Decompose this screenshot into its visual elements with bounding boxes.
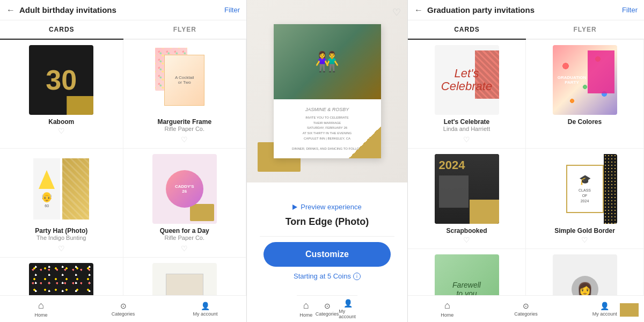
card-item-lets-celebrate[interactable]: Let'sCelebrate Let's Celebrate Linda and… (408, 40, 526, 149)
right-title: Graduation party invitations (427, 5, 622, 14)
card-item-farewell[interactable]: Farewellto you (408, 249, 526, 295)
card-name-scrapbooked: Scrapbooked (446, 227, 487, 235)
card-image-simplegold: 🎓 CLASSOF2024 (553, 154, 617, 224)
left-nav-categories[interactable]: ⊙ Categories (82, 296, 164, 322)
left-card-grid: 30 Kaboom ♡ A Cocktailor Two Marguerite (0, 40, 246, 295)
heart-marguerite[interactable]: ♡ (181, 135, 188, 144)
heart-kaboom[interactable]: ♡ (58, 127, 65, 135)
center-nav-account[interactable]: 👤 My account (339, 296, 357, 322)
party-hat-shape (39, 170, 55, 189)
card-item-marguerite[interactable]: A Cocktailor Two Marguerite Frame Rifle … (123, 40, 247, 149)
right-tabs: CARDS FLYER (408, 20, 644, 40)
card-image-kaboom: 30 (29, 45, 93, 115)
center-nav-categories[interactable]: ⊙ Categories (316, 296, 339, 322)
card-name-partyhat: Party Hat (Photo) (35, 227, 87, 235)
right-tab-flyer[interactable]: FLYER (526, 20, 644, 39)
left-panel: ← Adult birthday invitations Filter CARD… (0, 0, 247, 322)
center-panel: 👫 JASMINE & ROSBY INVITE YOU TO CELEBRAT… (247, 0, 408, 322)
divider (260, 236, 394, 237)
left-header: ← Adult birthday invitations Filter (0, 0, 246, 20)
card-title: Torn Edge (Photo) (286, 216, 369, 228)
right-card-grid: Let'sCelebrate Let's Celebrate Linda and… (408, 40, 644, 295)
torn-edge-card[interactable]: 👫 JASMINE & ROSBY INVITE YOU TO CELEBRAT… (274, 24, 381, 158)
card-sub-partyhat: The Indigo Bunting (36, 235, 86, 241)
card-name-queen: Queen for a Day (160, 227, 209, 235)
card-name-marguerite: Marguerite Frame (157, 118, 211, 126)
heart-partyhat[interactable]: ♡ (58, 244, 65, 253)
center-card-wrapper: 👫 JASMINE & ROSBY INVITE YOU TO CELEBRAT… (247, 0, 407, 182)
card-name-simplegold: Simple Gold Border (554, 227, 615, 235)
card-item-portrait[interactable]: 👩 (526, 249, 644, 295)
card-item-plain[interactable] (123, 258, 247, 295)
card-item-simplegold[interactable]: 🎓 CLASSOF2024 Simple Gold Border ♡ (526, 149, 644, 249)
gold-corner-decor (349, 126, 381, 158)
card-image-lets-celebrate: Let'sCelebrate (435, 45, 499, 115)
card-image-queen: CADDY'S26 (152, 154, 217, 224)
heart-simplegold[interactable]: ♡ (581, 236, 588, 244)
card-image-plain (152, 263, 217, 295)
heart-lets-celebrate[interactable]: ♡ (463, 135, 470, 144)
card-item-scrapbooked[interactable]: 2024 Scrapbooked ♡ (408, 149, 526, 249)
right-nav-categories[interactable]: ⊙ Categories (487, 296, 566, 322)
left-bottom-nav: ⌂ Home ⊙ Categories 👤 My account (0, 295, 246, 322)
center-card-display: 👫 JASMINE & ROSBY INVITE YOU TO CELEBRAT… (247, 0, 407, 182)
card-image-portrait: 👩 (553, 254, 617, 295)
left-title: Adult birthday invitations (19, 5, 224, 14)
card-name-decolores: De Colores (568, 118, 602, 126)
center-heart-button[interactable]: ♡ (392, 6, 401, 18)
center-actions: Preview experience Torn Edge (Photo) Cus… (247, 182, 407, 295)
card-sub-marguerite: Rifle Paper Co. (164, 126, 204, 132)
envelope-decor (67, 96, 93, 115)
card-image-farewell: Farewellto you (435, 254, 499, 295)
card-item-partyhat[interactable]: 👴 60 Party Hat (Photo) The Indigo Buntin… (0, 149, 123, 258)
customize-button[interactable]: Customize (264, 242, 391, 267)
card-item-confetti[interactable] (0, 258, 123, 295)
card-image-decolores: GRADUATIONPARTY (553, 45, 617, 115)
card-image-partyhat: 👴 60 (29, 154, 93, 224)
center-bottom-nav: ⌂ Home ⊙ Categories 👤 My account (297, 295, 358, 322)
card-item-decolores[interactable]: GRADUATIONPARTY De Colores (526, 40, 644, 149)
card-image-scrapbooked: 2024 (435, 154, 499, 224)
card-name-kaboom: Kaboom (48, 118, 74, 126)
right-bottom-nav: ⌂ Home ⊙ Categories 👤 My account (408, 295, 644, 322)
left-back-button[interactable]: ← (6, 5, 15, 15)
card-image-marguerite: A Cocktailor Two (152, 45, 217, 115)
right-filter-button[interactable]: Filter (622, 6, 638, 14)
left-filter-button[interactable]: Filter (224, 6, 240, 14)
card-item-queen[interactable]: CADDY'S26 Queen for a Day Rifle Paper Co… (123, 149, 247, 258)
center-nav-home[interactable]: ⌂ Home (297, 296, 316, 322)
info-icon: i (353, 273, 361, 280)
right-header: ← Graduation party invitations Filter (408, 0, 644, 20)
right-back-button[interactable]: ← (414, 5, 423, 15)
left-nav-home[interactable]: ⌂ Home (0, 296, 82, 322)
left-tabs: CARDS FLYER (0, 20, 246, 40)
card-sub-lets-celebrate: Linda and Harriett (443, 126, 490, 132)
card-name-lets-celebrate: Let's Celebrate (444, 118, 490, 126)
card-sub-queen: Rifle Paper Co. (164, 235, 204, 241)
right-nav-home[interactable]: ⌂ Home (408, 296, 487, 322)
play-icon (292, 204, 297, 210)
right-tab-cards[interactable]: CARDS (408, 20, 526, 39)
coins-info[interactable]: Starting at 5 Coins i (294, 272, 361, 280)
preview-experience-button[interactable]: Preview experience (292, 197, 361, 214)
left-nav-account[interactable]: 👤 My account (164, 296, 246, 322)
left-tab-cards[interactable]: CARDS (0, 20, 123, 39)
card-image-confetti (29, 263, 93, 295)
right-panel: ← Graduation party invitations Filter CA… (408, 0, 644, 322)
heart-scrapbooked[interactable]: ♡ (463, 236, 470, 244)
left-tab-flyer[interactable]: FLYER (123, 20, 247, 39)
heart-queen[interactable]: ♡ (181, 244, 188, 253)
card-item-kaboom[interactable]: 30 Kaboom ♡ (0, 40, 123, 149)
